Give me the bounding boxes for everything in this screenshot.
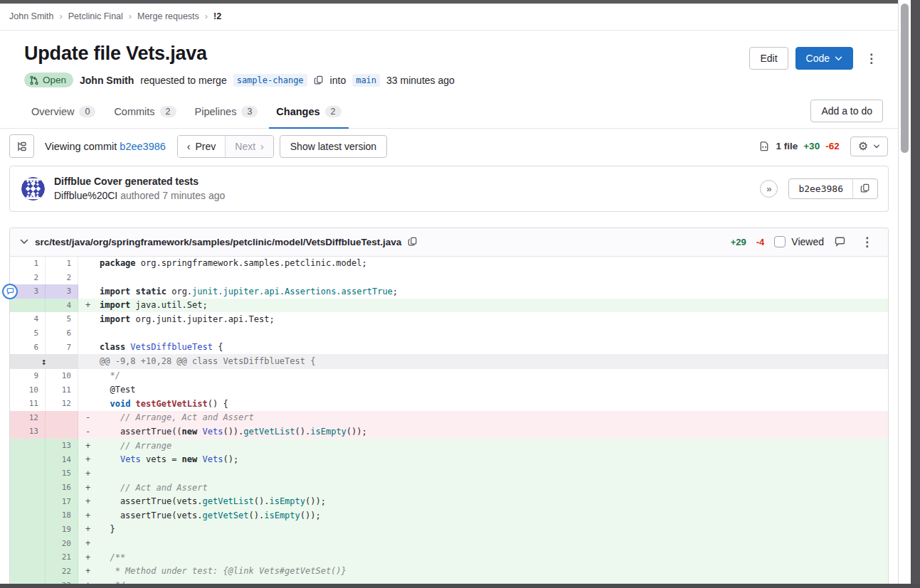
viewed-checkbox[interactable] [774, 236, 786, 247]
new-line-number[interactable]: 3 [46, 284, 78, 299]
old-line-number[interactable] [10, 536, 46, 550]
old-line-number[interactable]: 6 [10, 340, 46, 354]
window-frame-right [911, 0, 920, 588]
breadcrumb-item[interactable]: !2 [213, 11, 221, 21]
old-line-number[interactable]: 10 [10, 383, 46, 397]
old-line-number[interactable] [10, 565, 46, 579]
prev-chevron-icon: ‹ [187, 141, 191, 152]
old-line-number[interactable] [10, 550, 46, 565]
new-line-number[interactable]: 13 [46, 439, 78, 453]
next-commit-button[interactable]: Next › [225, 136, 273, 157]
old-line-number[interactable]: 9 [10, 369, 46, 383]
file-path[interactable]: src/test/java/org/springframework/sample… [35, 237, 401, 247]
target-branch-chip[interactable]: main [352, 74, 380, 87]
copy-branch-icon[interactable] [314, 75, 324, 85]
source-branch-chip[interactable]: sample-change [233, 74, 307, 87]
diff-row: 12- // Arrange, Act and Assert [10, 411, 888, 425]
old-line-number[interactable] [10, 508, 46, 523]
old-line-number[interactable] [10, 299, 46, 313]
old-line-number[interactable]: 13 [10, 424, 46, 439]
hunk-header-text: @@ -9,8 +10,28 @@ class VetsDiffblueTest… [78, 354, 888, 369]
file-kebab-menu-icon[interactable]: ⋮ [856, 235, 878, 250]
code-line: import java.util.Set; [97, 299, 888, 313]
show-latest-version-button[interactable]: Show latest version [280, 135, 387, 158]
add-todo-button[interactable]: Add a to do [810, 100, 883, 122]
old-line-number[interactable] [10, 481, 46, 495]
tab-changes[interactable]: Changes2 [269, 99, 348, 129]
commit-collapse-button[interactable]: » [760, 180, 778, 198]
breadcrumb-item[interactable]: Petclinic Final [68, 11, 123, 21]
new-line-number[interactable]: 18 [46, 508, 78, 523]
new-line-number[interactable] [46, 424, 78, 439]
commit-author-name[interactable]: Diffblue%20CI [54, 190, 117, 201]
header-kebab-menu-icon[interactable]: ⋮ [860, 51, 882, 66]
diff-settings-button[interactable]: ⚙ [850, 137, 888, 156]
new-line-number[interactable]: 16 [46, 481, 78, 495]
code-line: @Test [97, 383, 888, 397]
tab-overview[interactable]: Overview0 [24, 99, 102, 129]
code-line: void testGetVetList() { [97, 397, 888, 411]
old-line-number[interactable] [10, 494, 46, 508]
next-chevron-icon: › [260, 141, 264, 152]
viewing-commit-sha-link[interactable]: b2ee3986 [120, 141, 166, 152]
commit-author-avatar[interactable] [21, 177, 45, 201]
new-line-number[interactable]: 11 [46, 383, 78, 397]
new-line-number[interactable]: 14 [46, 452, 78, 466]
code-line: Vets vets = new Vets(); [97, 452, 888, 466]
new-line-number[interactable] [46, 411, 78, 425]
new-line-number[interactable]: 17 [46, 494, 78, 508]
old-line-number[interactable]: 5 [10, 326, 46, 341]
file-collapse-chevron-icon[interactable] [20, 239, 28, 245]
new-line-number[interactable]: 15 [46, 466, 78, 481]
new-line-number[interactable]: 12 [46, 397, 78, 411]
scrollbar-thumb[interactable] [901, 4, 909, 153]
diff-line-marker [78, 312, 97, 326]
diff-toolbar-right: 1 file +30 -62 ⚙ [759, 137, 888, 156]
expand-lines-button[interactable]: ↕ [10, 354, 78, 369]
page-scrollbar[interactable] [898, 0, 911, 588]
copy-sha-button[interactable] [852, 179, 877, 198]
commit-title[interactable]: Diffblue Cover generated tests [54, 174, 760, 188]
new-line-number[interactable]: 20 [46, 536, 78, 550]
diff-row: 45import org.junit.jupiter.api.Test; [10, 312, 888, 326]
old-line-number[interactable]: 4 [10, 312, 46, 326]
old-line-number[interactable] [10, 466, 46, 481]
diff-line-marker: + [78, 565, 97, 579]
old-line-number[interactable]: 11 [10, 397, 46, 411]
old-line-number[interactable]: 2 [10, 270, 46, 284]
file-comment-icon[interactable] [834, 236, 846, 247]
new-line-number[interactable]: 5 [46, 312, 78, 326]
file-tree-toggle-button[interactable] [9, 134, 34, 158]
new-line-number[interactable]: 2 [46, 270, 78, 284]
breadcrumb-item[interactable]: Merge requests [137, 11, 199, 21]
old-line-number[interactable] [10, 439, 46, 453]
diff-line-marker [78, 397, 97, 411]
edit-button[interactable]: Edit [749, 47, 788, 70]
code-button[interactable]: Code [795, 47, 853, 70]
old-line-number[interactable] [10, 523, 46, 537]
line-comment-indicator-icon[interactable] [2, 284, 18, 299]
old-line-number[interactable]: 1 [10, 257, 46, 271]
total-additions: +30 [803, 141, 820, 151]
mr-author[interactable]: John Smith [80, 75, 134, 86]
viewing-commit-text: Viewing commit b2ee3986 [45, 141, 166, 152]
new-line-number[interactable]: 6 [46, 326, 78, 341]
copy-file-path-icon[interactable] [408, 237, 418, 247]
status-badge[interactable]: Open [24, 73, 73, 87]
new-line-number[interactable]: 10 [46, 369, 78, 383]
tab-pipelines[interactable]: Pipelines3 [188, 99, 265, 129]
tab-label: Commits [114, 106, 154, 117]
old-line-number[interactable]: 12 [10, 411, 46, 425]
new-line-number[interactable]: 1 [46, 257, 78, 271]
new-line-number[interactable]: 4 [46, 299, 78, 313]
new-line-number[interactable]: 7 [46, 340, 78, 354]
tab-commits[interactable]: Commits2 [107, 99, 183, 129]
old-line-number[interactable] [10, 452, 46, 466]
mr-tabs: Overview0Commits2Pipelines3Changes2Add a… [0, 99, 898, 129]
new-line-number[interactable]: 21 [46, 550, 78, 565]
breadcrumb-item[interactable]: John Smith [9, 11, 54, 21]
tab-label: Overview [31, 106, 74, 117]
prev-commit-button[interactable]: ‹ Prev [178, 136, 225, 157]
new-line-number[interactable]: 22 [46, 565, 78, 579]
new-line-number[interactable]: 19 [46, 523, 78, 537]
